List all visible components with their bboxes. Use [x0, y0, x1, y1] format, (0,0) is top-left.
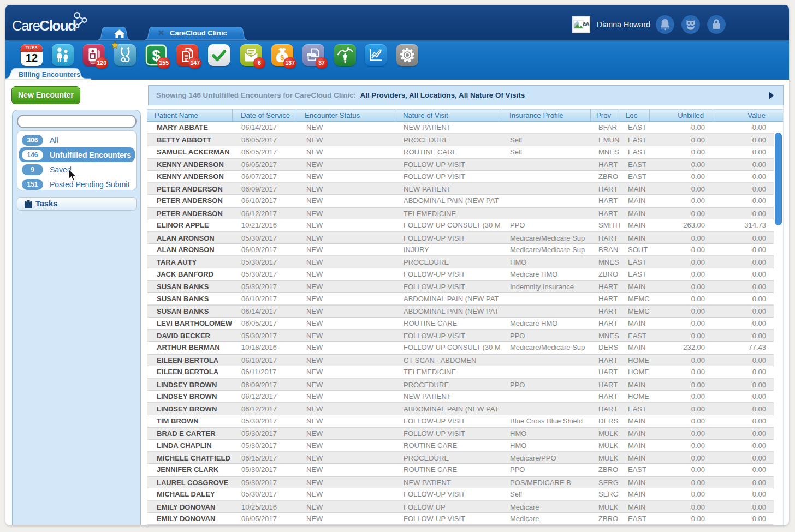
svg-text:aʌ: aʌ: [583, 20, 589, 27]
